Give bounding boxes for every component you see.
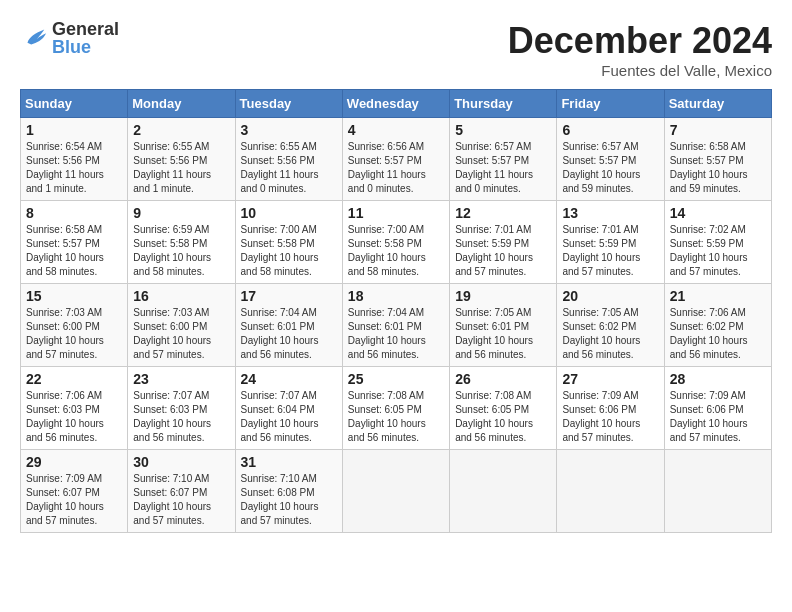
calendar-cell: 24 Sunrise: 7:07 AMSunset: 6:04 PMDaylig… [235,367,342,450]
calendar-cell: 15 Sunrise: 7:03 AMSunset: 6:00 PMDaylig… [21,284,128,367]
header-row: Sunday Monday Tuesday Wednesday Thursday… [21,90,772,118]
header-saturday: Saturday [664,90,771,118]
day-number: 3 [241,122,337,138]
calendar-cell: 18 Sunrise: 7:04 AMSunset: 6:01 PMDaylig… [342,284,449,367]
calendar-cell: 21 Sunrise: 7:06 AMSunset: 6:02 PMDaylig… [664,284,771,367]
day-info: Sunrise: 7:06 AMSunset: 6:03 PMDaylight … [26,389,122,445]
day-number: 24 [241,371,337,387]
logo-general: General [52,20,119,38]
calendar-cell: 12 Sunrise: 7:01 AMSunset: 5:59 PMDaylig… [450,201,557,284]
day-number: 20 [562,288,658,304]
day-number: 27 [562,371,658,387]
day-info: Sunrise: 6:55 AMSunset: 5:56 PMDaylight … [133,140,229,196]
day-number: 5 [455,122,551,138]
day-number: 31 [241,454,337,470]
day-info: Sunrise: 6:54 AMSunset: 5:56 PMDaylight … [26,140,122,196]
day-number: 7 [670,122,766,138]
day-info: Sunrise: 7:09 AMSunset: 6:06 PMDaylight … [562,389,658,445]
calendar-cell: 8 Sunrise: 6:58 AMSunset: 5:57 PMDayligh… [21,201,128,284]
day-number: 4 [348,122,444,138]
calendar-cell: 20 Sunrise: 7:05 AMSunset: 6:02 PMDaylig… [557,284,664,367]
day-number: 11 [348,205,444,221]
day-info: Sunrise: 7:03 AMSunset: 6:00 PMDaylight … [133,306,229,362]
calendar-cell: 29 Sunrise: 7:09 AMSunset: 6:07 PMDaylig… [21,450,128,533]
day-number: 21 [670,288,766,304]
day-number: 23 [133,371,229,387]
calendar-cell [342,450,449,533]
day-info: Sunrise: 6:58 AMSunset: 5:57 PMDaylight … [26,223,122,279]
day-number: 29 [26,454,122,470]
day-number: 25 [348,371,444,387]
calendar-cell: 13 Sunrise: 7:01 AMSunset: 5:59 PMDaylig… [557,201,664,284]
calendar-week-5: 29 Sunrise: 7:09 AMSunset: 6:07 PMDaylig… [21,450,772,533]
day-info: Sunrise: 6:59 AMSunset: 5:58 PMDaylight … [133,223,229,279]
calendar-cell [557,450,664,533]
calendar-table: Sunday Monday Tuesday Wednesday Thursday… [20,89,772,533]
header-monday: Monday [128,90,235,118]
calendar-body: 1 Sunrise: 6:54 AMSunset: 5:56 PMDayligh… [21,118,772,533]
calendar-cell: 28 Sunrise: 7:09 AMSunset: 6:06 PMDaylig… [664,367,771,450]
day-info: Sunrise: 7:08 AMSunset: 6:05 PMDaylight … [348,389,444,445]
day-number: 28 [670,371,766,387]
calendar-cell: 4 Sunrise: 6:56 AMSunset: 5:57 PMDayligh… [342,118,449,201]
header-thursday: Thursday [450,90,557,118]
page-header: General Blue December 2024 Fuentes del V… [20,20,772,79]
logo-text: General Blue [52,20,119,56]
calendar-cell: 1 Sunrise: 6:54 AMSunset: 5:56 PMDayligh… [21,118,128,201]
calendar-cell: 23 Sunrise: 7:07 AMSunset: 6:03 PMDaylig… [128,367,235,450]
calendar-cell: 3 Sunrise: 6:55 AMSunset: 5:56 PMDayligh… [235,118,342,201]
day-number: 16 [133,288,229,304]
day-info: Sunrise: 7:04 AMSunset: 6:01 PMDaylight … [348,306,444,362]
day-number: 9 [133,205,229,221]
day-info: Sunrise: 7:07 AMSunset: 6:03 PMDaylight … [133,389,229,445]
month-title: December 2024 [508,20,772,62]
day-number: 14 [670,205,766,221]
day-info: Sunrise: 7:04 AMSunset: 6:01 PMDaylight … [241,306,337,362]
header-sunday: Sunday [21,90,128,118]
day-number: 13 [562,205,658,221]
day-info: Sunrise: 7:09 AMSunset: 6:06 PMDaylight … [670,389,766,445]
day-info: Sunrise: 6:55 AMSunset: 5:56 PMDaylight … [241,140,337,196]
title-block: December 2024 Fuentes del Valle, Mexico [508,20,772,79]
day-info: Sunrise: 7:08 AMSunset: 6:05 PMDaylight … [455,389,551,445]
day-number: 2 [133,122,229,138]
calendar-cell [664,450,771,533]
calendar-week-3: 15 Sunrise: 7:03 AMSunset: 6:00 PMDaylig… [21,284,772,367]
calendar-cell: 16 Sunrise: 7:03 AMSunset: 6:00 PMDaylig… [128,284,235,367]
calendar-week-2: 8 Sunrise: 6:58 AMSunset: 5:57 PMDayligh… [21,201,772,284]
calendar-cell: 11 Sunrise: 7:00 AMSunset: 5:58 PMDaylig… [342,201,449,284]
day-number: 18 [348,288,444,304]
calendar-cell [450,450,557,533]
day-number: 26 [455,371,551,387]
header-tuesday: Tuesday [235,90,342,118]
calendar-cell: 9 Sunrise: 6:59 AMSunset: 5:58 PMDayligh… [128,201,235,284]
calendar-header: Sunday Monday Tuesday Wednesday Thursday… [21,90,772,118]
day-number: 22 [26,371,122,387]
day-info: Sunrise: 7:05 AMSunset: 6:01 PMDaylight … [455,306,551,362]
location: Fuentes del Valle, Mexico [508,62,772,79]
day-info: Sunrise: 7:00 AMSunset: 5:58 PMDaylight … [348,223,444,279]
calendar-week-4: 22 Sunrise: 7:06 AMSunset: 6:03 PMDaylig… [21,367,772,450]
calendar-cell: 22 Sunrise: 7:06 AMSunset: 6:03 PMDaylig… [21,367,128,450]
logo-bird-icon [20,24,48,52]
day-number: 8 [26,205,122,221]
calendar-cell: 19 Sunrise: 7:05 AMSunset: 6:01 PMDaylig… [450,284,557,367]
day-info: Sunrise: 7:03 AMSunset: 6:00 PMDaylight … [26,306,122,362]
day-info: Sunrise: 7:01 AMSunset: 5:59 PMDaylight … [455,223,551,279]
day-number: 19 [455,288,551,304]
calendar-cell: 27 Sunrise: 7:09 AMSunset: 6:06 PMDaylig… [557,367,664,450]
calendar-cell: 5 Sunrise: 6:57 AMSunset: 5:57 PMDayligh… [450,118,557,201]
header-wednesday: Wednesday [342,90,449,118]
calendar-cell: 6 Sunrise: 6:57 AMSunset: 5:57 PMDayligh… [557,118,664,201]
day-number: 12 [455,205,551,221]
header-friday: Friday [557,90,664,118]
day-number: 30 [133,454,229,470]
day-number: 1 [26,122,122,138]
day-info: Sunrise: 7:05 AMSunset: 6:02 PMDaylight … [562,306,658,362]
day-info: Sunrise: 7:10 AMSunset: 6:08 PMDaylight … [241,472,337,528]
day-info: Sunrise: 7:09 AMSunset: 6:07 PMDaylight … [26,472,122,528]
calendar-cell: 30 Sunrise: 7:10 AMSunset: 6:07 PMDaylig… [128,450,235,533]
calendar-week-1: 1 Sunrise: 6:54 AMSunset: 5:56 PMDayligh… [21,118,772,201]
day-info: Sunrise: 7:02 AMSunset: 5:59 PMDaylight … [670,223,766,279]
calendar-cell: 25 Sunrise: 7:08 AMSunset: 6:05 PMDaylig… [342,367,449,450]
